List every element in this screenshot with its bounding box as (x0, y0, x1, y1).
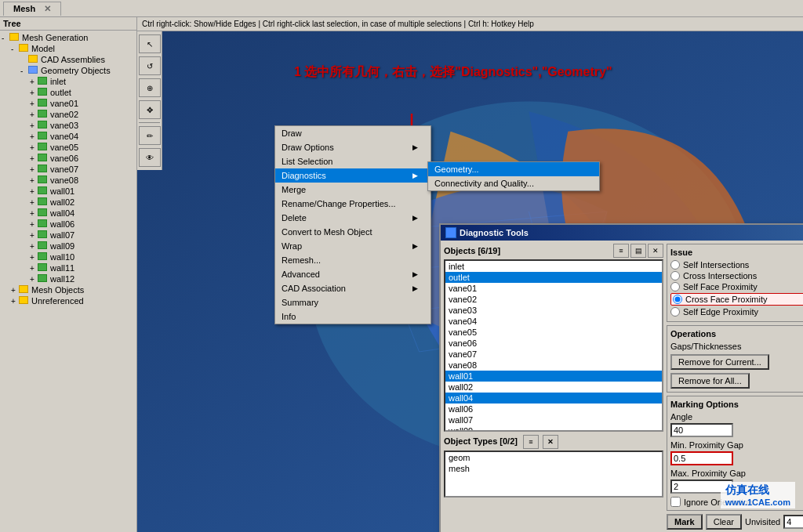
mesh-tab[interactable]: Mesh ✕ (3, 2, 61, 16)
remove-all-btn[interactable]: Remove for All... (670, 373, 750, 389)
menu-item-wrap[interactable]: Wrap ▶ (275, 239, 431, 253)
radio-cross-intersections[interactable]: Cross Intersections (670, 271, 803, 280)
tree-item-meshobjects[interactable]: +Mesh Objects (2, 284, 135, 295)
remove-current-btn[interactable]: Remove for Current... (670, 354, 769, 370)
menu-item-delete[interactable]: Delete ▶ (275, 211, 431, 225)
obj-list-item-wall01[interactable]: wall01 (445, 371, 662, 382)
tree-content[interactable]: -Mesh Generation-Model CAD Assemblies-Ge… (0, 31, 136, 532)
menu-item-draw[interactable]: Draw (275, 126, 431, 140)
issue-group-title: Issue (670, 248, 803, 257)
menu-item-rename[interactable]: Rename/Change Properties... (275, 197, 431, 211)
tree-item-wall06[interactable]: +wall06 (2, 219, 135, 230)
clear-button[interactable]: Clear (706, 514, 742, 530)
right-panel: Ctrl right-click: Show/Hide Edges | Ctrl… (137, 17, 803, 532)
submenu-geometry[interactable]: Geometry... (428, 162, 599, 176)
tree-item-outlet[interactable]: +outlet (2, 87, 135, 98)
list-btn-2[interactable]: ▤ (630, 244, 646, 258)
menu-item-list-selection[interactable]: List Selection (275, 154, 431, 168)
tree-item-geometryobjects[interactable]: -Geometry Objects (2, 65, 135, 76)
menu-item-cad-association[interactable]: CAD Association ▶ (275, 281, 431, 295)
viewport-toolbar: ↖ ↺ ⊕ ✥ ✏ 👁 (137, 31, 162, 170)
tree-item-inlet[interactable]: +inlet (2, 76, 135, 87)
obj-list-item-wall02[interactable]: wall02 (445, 382, 662, 393)
submenu-connectivity[interactable]: Connectivity and Quality... (428, 176, 599, 190)
draw-btn[interactable]: ✏ (139, 126, 161, 145)
tree-item-wall07[interactable]: +wall07 (2, 230, 135, 241)
radio-cross-face[interactable]: Cross Face Proximity (670, 293, 803, 306)
obj-types-list[interactable]: geom mesh (444, 451, 663, 498)
tab-close-icon[interactable]: ✕ (44, 4, 51, 13)
radio-self-face[interactable]: Self Face Proximity (670, 282, 803, 291)
mark-button[interactable]: Mark (667, 514, 703, 530)
radio-self-intersections[interactable]: Self Intersections (670, 260, 803, 270)
obj-list-item-vane01[interactable]: vane01 (445, 283, 662, 294)
tree-item-wall12[interactable]: +wall12 (2, 273, 135, 284)
type-geom[interactable]: geom (445, 452, 662, 463)
ignore-orientation-checkbox[interactable] (670, 497, 681, 507)
rotate-btn[interactable]: ↺ (139, 56, 161, 75)
menu-item-advanced[interactable]: Advanced ▶ (275, 267, 431, 281)
menu-item-diagnostics[interactable]: Diagnostics ▶ (275, 168, 431, 183)
tree-item-vane02[interactable]: +vane02 (2, 109, 135, 120)
obj-list-item-wall07[interactable]: wall07 (445, 414, 662, 425)
tree-item-wall11[interactable]: +wall11 (2, 262, 135, 273)
tree-item-vane07[interactable]: +vane07 (2, 164, 135, 175)
tree-item-meshgeneration[interactable]: -Mesh Generation (2, 32, 135, 43)
zoom-btn[interactable]: ⊕ (139, 78, 161, 97)
angle-label: Angle (670, 412, 803, 422)
select-mode-btn[interactable]: ↖ (139, 34, 161, 53)
obj-list-item-vane06[interactable]: vane06 (445, 338, 662, 349)
min-prox-input[interactable] (670, 451, 733, 465)
menu-item-remesh[interactable]: Remesh... (275, 253, 431, 267)
obj-list-item-vane04[interactable]: vane04 (445, 316, 662, 327)
dialog-left-panel: Objects [6/19] ≡ ▤ ✕ inletoutletvane01va… (444, 244, 663, 532)
menu-item-merge[interactable]: Merge (275, 183, 431, 197)
menu-item-draw-options[interactable]: Draw Options ▶ (275, 140, 431, 154)
view-btn[interactable]: 👁 (139, 148, 161, 167)
types-list-btn-1[interactable]: ≡ (523, 435, 539, 449)
objects-header: Objects [6/19] ≡ ▤ ✕ (444, 244, 663, 258)
top-toolbar: Mesh ✕ (0, 0, 803, 17)
tree-item-vane03[interactable]: +vane03 (2, 120, 135, 131)
tree-item-vane04[interactable]: +vane04 (2, 131, 135, 142)
menu-item-info[interactable]: Info (275, 309, 431, 324)
obj-list-item-wall06[interactable]: wall06 (445, 404, 662, 414)
tree-item-wall09[interactable]: +wall09 (2, 241, 135, 252)
tree-item-vane06[interactable]: +vane06 (2, 153, 135, 164)
obj-list-item-inlet[interactable]: inlet (445, 261, 662, 272)
types-list-btn-2[interactable]: ✕ (543, 435, 558, 449)
obj-list-item-vane03[interactable]: vane03 (445, 305, 662, 316)
tree-item-wall02[interactable]: +wall02 (2, 197, 135, 208)
tree-item-model[interactable]: -Model (2, 43, 135, 54)
diagnostics-submenu: Geometry... Connectivity and Quality... (427, 161, 600, 191)
objects-list[interactable]: inletoutletvane01vane02vane03vane04vane0… (444, 259, 663, 432)
menu-item-summary[interactable]: Summary (275, 295, 431, 309)
tree-item-vane05[interactable]: +vane05 (2, 142, 135, 153)
issue-group: Issue Self Intersections Cross Intersect… (667, 244, 803, 322)
obj-list-item-vane07[interactable]: vane07 (445, 349, 662, 360)
tree-item-wall04[interactable]: +wall04 (2, 208, 135, 219)
obj-list-item-wall09[interactable]: wall09 (445, 425, 662, 432)
marking-row: Mark Clear Unvisited First Select Reset (667, 514, 803, 530)
obj-list-item-vane05[interactable]: vane05 (445, 327, 662, 338)
context-menu: Draw Draw Options ▶ List Selection Diagn… (274, 125, 431, 324)
tree-item-wall10[interactable]: +wall10 (2, 252, 135, 262)
menu-item-convert[interactable]: Convert to Mesh Object (275, 225, 431, 239)
radio-self-edge[interactable]: Self Edge Proximity (670, 307, 803, 317)
viewport[interactable]: ↖ ↺ ⊕ ✥ ✏ 👁 1 选中所有几何，右击，选择"Diagnostics",… (137, 31, 803, 532)
type-mesh[interactable]: mesh (445, 463, 662, 474)
obj-list-item-wall04[interactable]: wall04 (445, 393, 662, 404)
list-btn-3[interactable]: ✕ (648, 244, 663, 258)
tree-item-vane01[interactable]: +vane01 (2, 98, 135, 109)
angle-input[interactable] (670, 423, 733, 437)
tree-item-wall01[interactable]: +wall01 (2, 186, 135, 197)
unvisited-input[interactable] (783, 515, 803, 529)
tree-item-cadassemblies[interactable]: CAD Assemblies (2, 54, 135, 65)
tree-item-vane08[interactable]: +vane08 (2, 175, 135, 186)
obj-list-item-outlet[interactable]: outlet (445, 272, 662, 283)
list-btn-1[interactable]: ≡ (613, 244, 629, 258)
obj-list-item-vane02[interactable]: vane02 (445, 294, 662, 305)
tree-item-unreferenced[interactable]: +Unreferenced (2, 295, 135, 306)
pan-btn[interactable]: ✥ (139, 100, 161, 119)
obj-list-item-vane08[interactable]: vane08 (445, 360, 662, 371)
